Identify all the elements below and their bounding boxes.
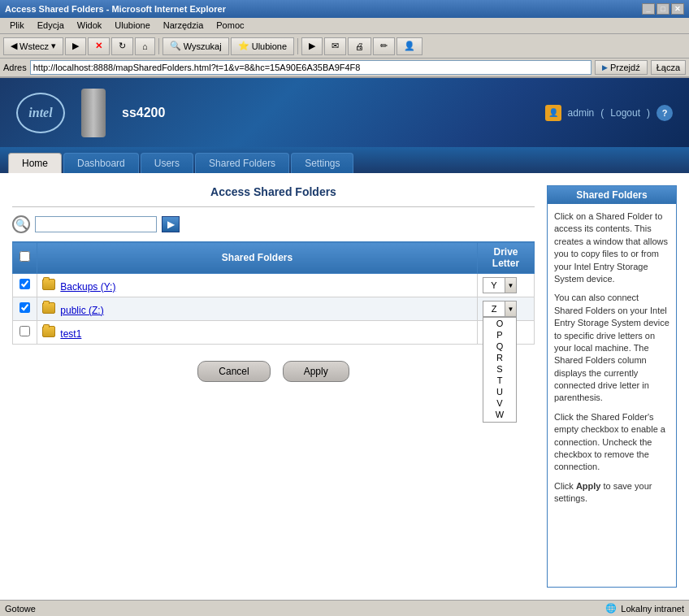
toolbar-separator: [158, 38, 159, 54]
folders-table: Shared Folders Drive Letter: [12, 241, 535, 345]
favorites-button[interactable]: ⭐ Ulubione: [231, 37, 294, 55]
status-right: 🌐 Lokalny intranet: [604, 602, 684, 615]
dropdown-option-W[interactable]: W: [483, 409, 516, 420]
row1-checkbox[interactable]: [20, 279, 30, 289]
dropdown-option-Q[interactable]: Q: [483, 341, 516, 352]
refresh-button[interactable]: ↻: [111, 37, 133, 55]
menu-bar: Plik Edycja Widok Ulubione Narzędzia Pom…: [0, 18, 689, 34]
header-right: 👤 admin ( Logout ) ?: [545, 105, 673, 121]
nav-tabs: Home Dashboard Users Shared Folders Sett…: [0, 147, 689, 173]
search-input[interactable]: [35, 216, 157, 232]
select-all-checkbox[interactable]: [20, 251, 30, 262]
help-para-3: Click the Shared Folder's empty checkbox…: [554, 411, 670, 474]
tab-shared-folders[interactable]: Shared Folders: [195, 153, 289, 173]
row2-dropdown-list[interactable]: O P Q R S T U V W X: [483, 317, 517, 423]
help-para-4: Click Apply to save your settings.: [554, 480, 670, 505]
folder-icon: [42, 326, 55, 337]
address-input[interactable]: [30, 60, 592, 75]
row2-checkbox-cell: [13, 297, 37, 321]
row1-drive-dropdown: Y ▼: [483, 277, 529, 293]
row3-checkbox-cell: [13, 321, 37, 345]
row2-drive-letter: Z: [483, 301, 505, 317]
dropdown-option-U[interactable]: U: [483, 386, 516, 397]
search-go-button[interactable]: ▶: [162, 216, 180, 232]
links-button[interactable]: Łącza: [651, 60, 686, 75]
edit-button[interactable]: ✏: [373, 37, 395, 55]
row1-drive-letter: Y: [483, 277, 505, 293]
minimize-button[interactable]: _: [642, 3, 655, 15]
tab-dashboard[interactable]: Dashboard: [63, 153, 139, 173]
network-icon: 🌐: [604, 602, 618, 615]
forward-button[interactable]: ▶: [65, 37, 86, 55]
go-button[interactable]: ▶ Przejdź: [595, 60, 648, 75]
search-button[interactable]: 🔍 Wyszukaj: [162, 37, 229, 55]
row3-folder-cell: test1: [37, 321, 478, 345]
row1-folder-link[interactable]: Backups (Y:): [60, 281, 115, 293]
app-container: intel ss4200 👤 admin ( Logout ) ? Home D…: [0, 78, 689, 600]
menu-ulubione[interactable]: Ulubione: [108, 20, 156, 32]
menu-pomoc[interactable]: Pomoc: [210, 20, 250, 32]
mail-button[interactable]: ✉: [324, 37, 346, 55]
row1-checkbox-cell: [13, 274, 37, 297]
header-paren-close: ): [647, 107, 650, 119]
dropdown-option-T[interactable]: T: [483, 375, 516, 386]
media-button[interactable]: ▶: [301, 37, 323, 55]
dropdown-option-X[interactable]: X: [483, 420, 516, 423]
toolbar-separator-2: [297, 38, 298, 54]
help-button[interactable]: ?: [656, 105, 673, 121]
logout-link[interactable]: Logout: [610, 107, 640, 119]
button-area: Cancel Apply: [12, 361, 535, 382]
apply-button[interactable]: Apply: [283, 361, 349, 382]
messenger-button[interactable]: 👤: [396, 37, 422, 55]
user-icon: 👤: [545, 105, 561, 121]
tab-settings[interactable]: Settings: [291, 153, 353, 173]
home-button[interactable]: ⌂: [135, 37, 155, 55]
browser-title: Access Shared Folders - Microsoft Intern…: [5, 4, 226, 14]
search-icon: 🔍: [12, 215, 30, 233]
page-title: Access Shared Folders: [12, 185, 535, 198]
title-bar: Access Shared Folders - Microsoft Intern…: [0, 0, 689, 18]
dropdown-option-R[interactable]: R: [483, 352, 516, 363]
col-header-folders: Shared Folders: [37, 242, 478, 274]
row2-dropdown-arrow[interactable]: ▼: [505, 301, 517, 317]
address-label: Adres: [3, 63, 27, 72]
dropdown-option-V[interactable]: V: [483, 397, 516, 409]
row2-folder-cell: public (Z:): [37, 297, 478, 321]
row1-drive-cell: Y ▼: [478, 274, 535, 297]
dropdown-option-O[interactable]: O: [483, 318, 516, 329]
address-bar: Adres ▶ Przejdź Łącza: [0, 59, 689, 78]
help-panel-content: Click on a Shared Folder to access its c…: [548, 204, 676, 518]
row3-folder-link[interactable]: test1: [60, 328, 81, 340]
row3-checkbox[interactable]: [20, 326, 30, 336]
help-panel: Shared Folders Click on a Shared Folder …: [547, 185, 677, 588]
row2-drive-dropdown: Z ▼ O P Q R S T U V: [483, 301, 529, 317]
close-button[interactable]: ✕: [671, 3, 684, 15]
menu-plik[interactable]: Plik: [3, 20, 31, 32]
status-zone: Lokalny intranet: [621, 604, 684, 614]
dropdown-option-S[interactable]: S: [483, 363, 516, 375]
dropdown-option-P[interactable]: P: [483, 329, 516, 341]
row1-dropdown-arrow[interactable]: ▼: [505, 277, 517, 293]
col-header-drive: Drive Letter: [478, 242, 535, 274]
menu-edycja[interactable]: Edycja: [31, 20, 71, 32]
menu-narzedzia[interactable]: Narzędzia: [157, 20, 210, 32]
row2-drive-cell: Z ▼ O P Q R S T U V: [478, 297, 535, 321]
table-row: public (Z:) Z ▼ O P Q R: [13, 297, 535, 321]
print-button[interactable]: 🖨: [348, 37, 371, 55]
folder-icon: [42, 302, 55, 314]
back-button[interactable]: ◀ Wstecz ▾: [3, 37, 63, 55]
status-left: Gotowe: [5, 604, 36, 614]
help-panel-title: Shared Folders: [548, 186, 676, 204]
stop-button[interactable]: ✕: [88, 37, 110, 55]
status-bar: Gotowe 🌐 Lokalny intranet: [0, 600, 689, 616]
table-row: Backups (Y:) Y ▼: [13, 274, 535, 297]
tab-home[interactable]: Home: [8, 153, 62, 173]
cancel-button[interactable]: Cancel: [197, 361, 270, 382]
help-para-2: You can also connect Shared Folders on y…: [554, 292, 670, 405]
row2-folder-link[interactable]: public (Z:): [60, 305, 103, 316]
menu-widok[interactable]: Widok: [71, 20, 109, 32]
toolbar: ◀ Wstecz ▾ ▶ ✕ ↻ ⌂ 🔍 Wyszukaj ⭐ Ulubione…: [0, 34, 689, 59]
row2-checkbox[interactable]: [20, 302, 30, 313]
maximize-button[interactable]: □: [656, 3, 670, 15]
tab-users[interactable]: Users: [141, 153, 193, 173]
